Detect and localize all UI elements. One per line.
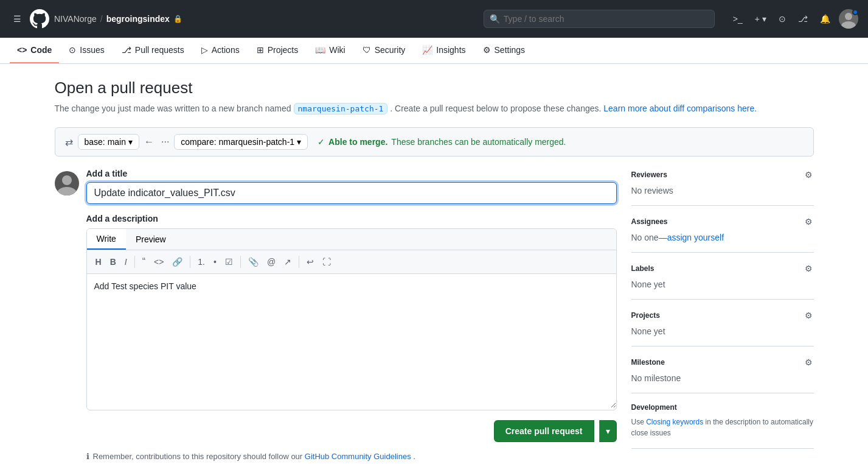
repo-name: begroingsindex: [106, 14, 170, 24]
base-branch-button[interactable]: base: main ▾: [78, 134, 139, 150]
hamburger-icon: ☰: [13, 14, 21, 24]
assignees-prefix: No one—assign yourself: [631, 233, 724, 242]
page-subtitle: The change you just made was written to …: [55, 102, 814, 115]
create-pr-button[interactable]: Create pull request: [494, 420, 594, 442]
pr-sidebar: Reviewers ⚙ No reviews Assignees ⚙ No on…: [631, 169, 814, 461]
italic-button[interactable]: I: [121, 255, 131, 269]
dots-icon: ···: [161, 136, 169, 147]
milestone-section: Milestone ⚙ No milestone: [631, 346, 814, 393]
editor-toolbar: H B I “ <> 🔗 1. • ☑: [87, 250, 616, 274]
development-text: Use Closing keywords in the description …: [631, 417, 814, 438]
bold-button[interactable]: B: [106, 255, 120, 269]
branch-name-code: nmarquesin-patch-1: [294, 103, 388, 114]
milestone-title: Milestone: [631, 358, 665, 367]
development-title: Development: [631, 403, 814, 412]
assignees-gear-button[interactable]: ⚙: [804, 216, 814, 228]
milestone-gear-button[interactable]: ⚙: [804, 356, 814, 368]
tab-issues-label: Issues: [80, 45, 104, 55]
svg-point-3: [57, 187, 77, 195]
user-avatar-form: [55, 171, 79, 195]
code-button[interactable]: <>: [150, 255, 167, 269]
assignees-title: Assignees: [631, 217, 668, 226]
labels-gear-button[interactable]: ⚙: [804, 262, 814, 275]
mention-button[interactable]: @: [263, 255, 279, 269]
projects-gear-button[interactable]: ⚙: [804, 309, 814, 322]
bell-icon: 🔔: [820, 14, 830, 24]
tab-projects[interactable]: ⊞ Projects: [249, 38, 306, 63]
svg-point-0: [845, 13, 852, 20]
search-input[interactable]: [484, 10, 715, 28]
title-section: Add a title: [86, 169, 617, 204]
undo-button[interactable]: ↩: [303, 255, 318, 269]
write-tab[interactable]: Write: [87, 229, 126, 250]
footer-note-text: Remember, contributions to this reposito…: [93, 452, 303, 461]
task-list-button[interactable]: ☑: [221, 255, 237, 269]
tab-security[interactable]: 🛡 Security: [355, 38, 413, 63]
labels-value: None yet: [631, 279, 665, 289]
tab-pull-requests[interactable]: ⎇ Pull requests: [114, 38, 192, 63]
diff-comparisons-link[interactable]: Learn more about diff comparisons here.: [603, 104, 757, 113]
user-row: Add a title Add a description Write Prev…: [55, 169, 617, 461]
preview-tab[interactable]: Preview: [126, 229, 176, 250]
hamburger-menu[interactable]: ☰: [10, 10, 25, 27]
toolbar-divider-1: [134, 256, 135, 268]
base-branch-label: base: main: [85, 137, 126, 147]
description-textarea[interactable]: Add Test species PIT value: [87, 274, 616, 408]
reviewers-header: Reviewers ⚙: [631, 169, 814, 181]
tab-wiki[interactable]: 📖 Wiki: [308, 38, 352, 63]
attach-button[interactable]: 📎: [245, 255, 262, 269]
tab-pull-requests-label: Pull requests: [135, 45, 184, 55]
tab-insights[interactable]: 📈 Insights: [415, 38, 473, 63]
pr-title-input[interactable]: [86, 182, 617, 204]
branch-bar: ⇄ base: main ▾ ← ··· compare: nmarquesin…: [55, 127, 814, 156]
pr-form-main: Add a title Add a description Write Prev…: [55, 169, 617, 461]
reviewers-gear-button[interactable]: ⚙: [804, 169, 814, 181]
reference-button[interactable]: ↗: [280, 255, 295, 269]
compare-branch-label: compare: nmarquesin-patch-1: [181, 137, 294, 147]
create-button[interactable]: + ▾: [751, 10, 770, 27]
assignees-header: Assignees ⚙: [631, 216, 814, 228]
swap-icon: ←: [144, 136, 154, 147]
github-logo[interactable]: [30, 9, 49, 29]
projects-icon: ⊞: [257, 45, 264, 55]
info-icon: ℹ: [86, 452, 89, 461]
unordered-list-button[interactable]: •: [210, 255, 220, 269]
issues-button[interactable]: ⊙: [775, 10, 790, 27]
compare-chevron-icon: ▾: [297, 137, 301, 147]
assign-yourself-link[interactable]: assign yourself: [667, 233, 724, 242]
heading-button[interactable]: H: [92, 255, 105, 269]
desc-label: Add a description: [86, 214, 617, 223]
tab-actions[interactable]: ▷ Actions: [194, 38, 247, 63]
compare-branch-button[interactable]: compare: nmarquesin-patch-1 ▾: [174, 134, 308, 150]
pull-requests-header-button[interactable]: ⎇: [794, 10, 811, 27]
check-icon: ✓: [318, 137, 325, 147]
pr-icon: ⎇: [798, 14, 808, 24]
fullscreen-button[interactable]: ⛶: [319, 255, 335, 269]
create-pr-dropdown-button[interactable]: ▾: [599, 420, 617, 442]
closing-keywords-link[interactable]: Closing keywords: [646, 418, 703, 426]
base-chevron-icon: ▾: [128, 137, 133, 147]
tab-code[interactable]: <> Code: [10, 38, 59, 63]
sync-icon: ⇄: [65, 136, 73, 148]
terminal-icon: >_: [733, 14, 743, 24]
community-guidelines-link[interactable]: GitHub Community Guidelines: [305, 452, 411, 461]
header-actions: >_ + ▾ ⊙ ⎇ 🔔: [729, 9, 858, 29]
projects-section: Projects ⚙ None yet: [631, 300, 814, 346]
quote-button[interactable]: “: [139, 254, 149, 270]
tab-issues[interactable]: ⊙ Issues: [61, 38, 111, 63]
ordered-list-button[interactable]: 1.: [194, 255, 209, 269]
settings-icon: ⚙: [483, 45, 491, 55]
title-label: Add a title: [86, 169, 617, 178]
editor-tabs: Write Preview: [87, 229, 616, 250]
issues-icon: ⊙: [779, 14, 786, 24]
org-link[interactable]: NIVANorge: [54, 14, 97, 24]
notifications-button[interactable]: 🔔: [816, 10, 834, 27]
header-left: ☰ NIVANorge / begroingsindex 🔒: [10, 9, 182, 29]
link-button[interactable]: 🔗: [168, 255, 186, 269]
pr-form-layout: Add a title Add a description Write Prev…: [55, 169, 814, 461]
terminal-button[interactable]: >_: [729, 10, 746, 27]
dropdown-chevron-icon: ▾: [606, 426, 610, 436]
development-section: Development Use Closing keywords in the …: [631, 393, 814, 449]
toolbar-divider-2: [190, 256, 190, 268]
tab-settings[interactable]: ⚙ Settings: [476, 38, 533, 63]
